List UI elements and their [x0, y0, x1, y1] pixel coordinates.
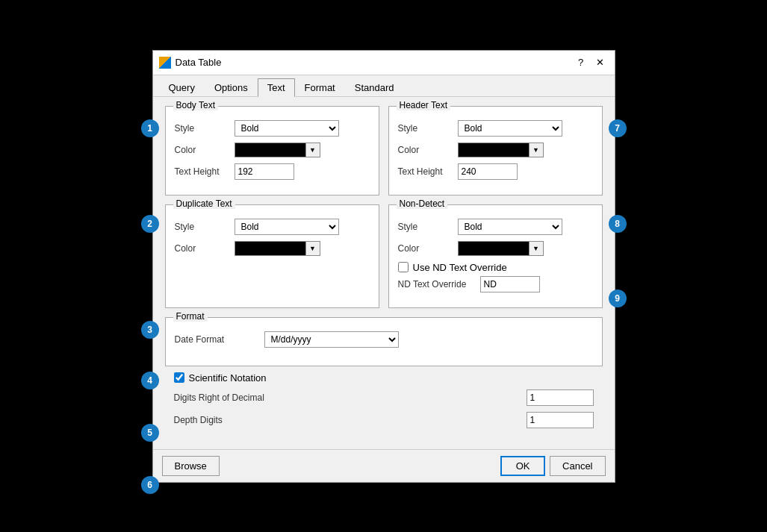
- header-style-label: Style: [398, 123, 458, 134]
- depth-digits-row: Depth Digits: [174, 412, 594, 428]
- date-format-row: Date Format M/dd/yyyy dd/MM/yyyy yyyy-MM…: [175, 331, 593, 348]
- non-detect-section: Non-Detect Style Bold Regular Color ▼: [388, 204, 603, 308]
- callout-1: 1: [141, 119, 159, 137]
- close-button[interactable]: ✕: [592, 55, 609, 70]
- nd-override-checkbox[interactable]: [398, 262, 409, 272]
- body-color-arrow[interactable]: ▼: [305, 143, 320, 157]
- dup-color-label: Color: [175, 243, 235, 254]
- date-format-label: Date Format: [175, 334, 264, 345]
- scientific-notation-area: Scientific Notation Digits Right of Deci…: [165, 372, 603, 440]
- body-style-label: Style: [175, 123, 235, 134]
- nd-color-picker[interactable]: ▼: [458, 241, 544, 256]
- tab-options[interactable]: Options: [205, 78, 258, 96]
- body-color-label: Color: [175, 145, 235, 155]
- header-height-row: Text Height: [398, 163, 593, 180]
- tab-query[interactable]: Query: [159, 78, 205, 96]
- scientific-notation-checkbox[interactable]: [174, 372, 184, 383]
- callout-7: 7: [609, 119, 627, 137]
- header-text-title: Header Text: [397, 100, 450, 110]
- nd-style-select[interactable]: Bold Regular: [458, 219, 562, 235]
- tab-bar: Query Options Text Format Standard: [153, 75, 615, 97]
- content-area: 1 7 2 8 3 9 4 5 6: [153, 97, 615, 449]
- non-detect-title: Non-Detect: [397, 198, 448, 209]
- body-color-picker[interactable]: ▼: [235, 143, 320, 157]
- dup-style-select[interactable]: Bold Regular: [235, 219, 339, 235]
- nd-text-override-label: ND Text Override: [398, 279, 480, 290]
- header-height-input[interactable]: [458, 163, 518, 180]
- dup-color-swatch: [235, 241, 305, 256]
- help-button[interactable]: ?: [573, 55, 589, 70]
- callout-8: 8: [609, 215, 627, 233]
- header-color-label: Color: [398, 145, 458, 155]
- duplicate-text-title: Duplicate Text: [173, 198, 235, 209]
- nd-color-arrow[interactable]: ▼: [529, 241, 544, 256]
- format-section: Format Date Format M/dd/yyyy dd/MM/yyyy …: [165, 317, 603, 366]
- callout-9: 9: [609, 290, 627, 307]
- depth-digits-label: Depth Digits: [174, 415, 527, 425]
- tab-text[interactable]: Text: [258, 78, 295, 97]
- app-icon: [159, 57, 171, 69]
- body-style-row: Style Bold Regular Italic: [175, 120, 370, 137]
- body-text-title: Body Text: [173, 100, 218, 110]
- right-buttons: OK Cancel: [500, 456, 605, 476]
- header-height-label: Text Height: [398, 166, 458, 177]
- callout-5: 5: [141, 424, 159, 442]
- format-content: Date Format M/dd/yyyy dd/MM/yyyy yyyy-MM…: [175, 325, 593, 348]
- header-text-section: Header Text Style Bold Regular Color ▼: [388, 106, 603, 195]
- dup-style-row: Style Bold Regular: [175, 219, 370, 235]
- callout-4: 4: [141, 372, 159, 389]
- nd-color-row: Color ▼: [398, 241, 593, 256]
- date-format-select[interactable]: M/dd/yyyy dd/MM/yyyy yyyy-MM-dd MM-dd-yy…: [264, 331, 399, 348]
- callout-3: 3: [141, 321, 159, 339]
- title-bar: Data Table ? ✕: [153, 51, 615, 75]
- nd-color-swatch: [458, 241, 529, 256]
- middle-sections: Duplicate Text Style Bold Regular Color: [165, 204, 603, 308]
- header-style-select[interactable]: Bold Regular: [458, 120, 562, 137]
- dup-style-label: Style: [175, 222, 235, 232]
- cancel-button[interactable]: Cancel: [550, 456, 605, 476]
- bottom-bar: Browse OK Cancel: [153, 449, 615, 482]
- dup-color-arrow[interactable]: ▼: [305, 241, 320, 256]
- format-section-title: Format: [173, 311, 208, 322]
- nd-color-label: Color: [398, 243, 458, 254]
- header-color-swatch: [458, 143, 529, 157]
- non-detect-content: Style Bold Regular Color ▼: [398, 213, 593, 292]
- nd-text-override-input[interactable]: [480, 276, 540, 292]
- nd-override-label: Use ND Text Override: [413, 262, 507, 273]
- callout-2: 2: [141, 215, 159, 233]
- header-text-content: Style Bold Regular Color ▼: [398, 114, 593, 180]
- digits-right-label: Digits Right of Decimal: [174, 392, 527, 403]
- body-style-select[interactable]: Bold Regular Italic: [235, 120, 339, 137]
- top-sections: Body Text Style Bold Regular Italic Colo…: [165, 106, 603, 195]
- main-window: Data Table ? ✕ Query Options Text Format…: [152, 50, 615, 483]
- body-text-section: Body Text Style Bold Regular Italic Colo…: [165, 106, 379, 195]
- header-color-row: Color ▼: [398, 143, 593, 157]
- depth-digits-input[interactable]: [527, 412, 594, 428]
- digits-right-input[interactable]: [527, 389, 594, 406]
- nd-override-checkbox-row: Use ND Text Override: [398, 262, 593, 273]
- scientific-notation-label: Scientific Notation: [189, 372, 267, 384]
- ok-button[interactable]: OK: [500, 456, 545, 476]
- browse-button[interactable]: Browse: [162, 456, 220, 476]
- callout-6: 6: [141, 476, 159, 494]
- body-height-input[interactable]: [235, 163, 294, 180]
- nd-style-row: Style Bold Regular: [398, 219, 593, 235]
- body-height-row: Text Height: [175, 163, 370, 180]
- nd-style-label: Style: [398, 222, 458, 232]
- digits-right-row: Digits Right of Decimal: [174, 389, 594, 406]
- body-text-content: Style Bold Regular Italic Color ▼: [175, 114, 370, 180]
- scientific-notation-row: Scientific Notation: [174, 372, 594, 384]
- header-color-arrow[interactable]: ▼: [529, 143, 544, 157]
- body-color-swatch: [235, 143, 305, 157]
- tab-standard[interactable]: Standard: [345, 78, 404, 96]
- header-style-row: Style Bold Regular: [398, 120, 593, 137]
- dup-color-row: Color ▼: [175, 241, 370, 256]
- body-color-row: Color ▼: [175, 143, 370, 157]
- header-color-picker[interactable]: ▼: [458, 143, 544, 157]
- duplicate-text-content: Style Bold Regular Color ▼: [175, 213, 370, 256]
- title-bar-right: ? ✕: [573, 55, 609, 70]
- dup-color-picker[interactable]: ▼: [235, 241, 320, 256]
- tab-format[interactable]: Format: [295, 78, 345, 96]
- nd-text-override-row: ND Text Override: [398, 276, 593, 292]
- duplicate-text-section: Duplicate Text Style Bold Regular Color: [165, 204, 379, 308]
